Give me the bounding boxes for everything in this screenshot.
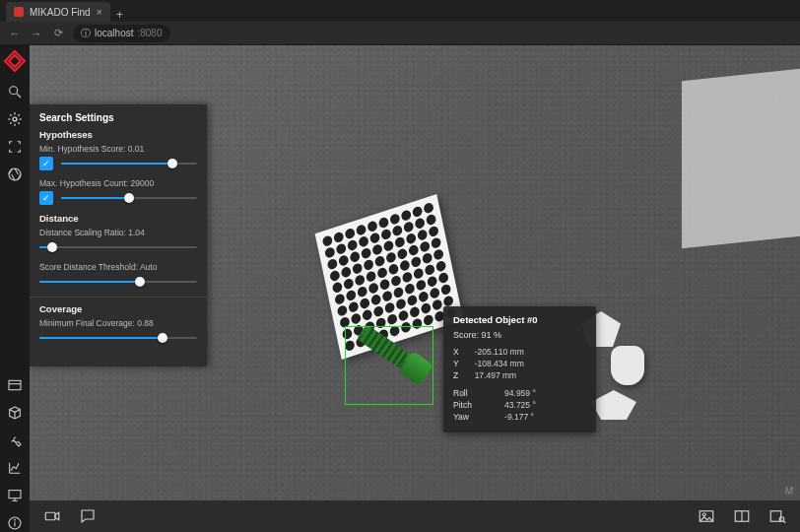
tool-rail <box>0 45 30 532</box>
min-final-coverage-slider[interactable] <box>39 331 197 345</box>
brand-watermark: M <box>785 486 794 497</box>
pos-y-key: Y <box>453 358 465 369</box>
scene-wall <box>682 69 800 249</box>
tab-title: MIKADO Find <box>30 7 91 18</box>
camera-viewport[interactable]: Search Settings Hypotheses Min. Hypothes… <box>30 45 800 532</box>
search-icon[interactable] <box>6 83 24 100</box>
pos-x-value: -205.110 mm <box>465 346 586 358</box>
info-icon[interactable] <box>6 514 24 532</box>
svg-point-16 <box>702 513 705 516</box>
aperture-icon[interactable] <box>6 166 24 183</box>
detection-bounding-box <box>345 326 433 405</box>
app: Search Settings Hypotheses Min. Hypothes… <box>0 45 800 532</box>
image-icon[interactable] <box>698 507 715 525</box>
hypotheses-heading: Hypotheses <box>39 129 197 140</box>
svg-point-2 <box>10 87 18 95</box>
rot-pitch-value: 43.725 ° <box>495 399 586 411</box>
svg-line-3 <box>17 94 21 98</box>
url-host: localhost <box>95 28 133 38</box>
favicon-icon <box>14 7 24 17</box>
reload-button[interactable]: ⟳ <box>51 27 65 39</box>
setting-label: Score Distance Threshold: Auto <box>39 262 197 272</box>
pos-x-key: X <box>453 346 465 358</box>
address-bar: ← → ⟳ ⓘ localhost:8080 <box>0 22 800 45</box>
comment-icon[interactable] <box>79 507 97 525</box>
wrench-icon[interactable] <box>6 432 24 449</box>
detection-title: Detected Object #0 <box>453 314 586 325</box>
chart-icon[interactable] <box>6 459 24 477</box>
distance-heading: Distance <box>39 213 197 224</box>
detection-score: Score: 91 % <box>453 330 586 340</box>
image-search-icon[interactable] <box>768 507 786 525</box>
back-button[interactable]: ← <box>8 28 22 39</box>
coverage-heading: Coverage <box>39 303 197 314</box>
tab-bar: MIKADO Find × + <box>0 0 800 22</box>
score-distance-threshold-setting: Score Distance Threshold: Auto <box>39 262 197 289</box>
svg-line-21 <box>783 521 785 523</box>
distance-scaling-slider[interactable] <box>39 240 197 254</box>
settings-icon[interactable] <box>6 110 24 128</box>
new-tab-button[interactable]: + <box>110 8 130 22</box>
svg-point-13 <box>15 519 16 520</box>
detection-info-tooltip: Detected Object #0 Score: 91 % X-205.110… <box>443 306 596 432</box>
info-icon: ⓘ <box>81 27 91 40</box>
max-count-checkbox[interactable]: ✓ <box>39 191 53 205</box>
image-compare-icon[interactable] <box>733 507 751 525</box>
score-distance-slider[interactable] <box>39 275 197 289</box>
setting-label: Min. Hypothesis Score: 0.01 <box>39 144 197 154</box>
max-count-slider[interactable] <box>61 191 197 205</box>
rot-pitch-key: Pitch <box>453 399 495 411</box>
pos-y-value: -108.434 mm <box>465 358 586 369</box>
svg-point-20 <box>779 517 784 522</box>
min-hypothesis-score-setting: Min. Hypothesis Score: 0.01 ✓ <box>39 144 197 170</box>
pos-z-value: 17.497 mm <box>465 369 586 381</box>
svg-point-4 <box>13 117 17 121</box>
rot-roll-value: 94.959 ° <box>495 387 586 399</box>
max-hypothesis-count-setting: Max. Hypothesis Count: 29000 ✓ <box>39 178 197 205</box>
setting-label: Distance Scaling Ratio: 1.04 <box>39 228 197 237</box>
setting-label: Minimum Final Coverage: 0.88 <box>39 318 197 328</box>
svg-rect-8 <box>9 491 21 499</box>
svg-rect-6 <box>9 380 21 389</box>
panel-divider <box>30 297 207 298</box>
focus-brackets-icon[interactable] <box>6 138 24 156</box>
monitor-icon[interactable] <box>6 487 24 504</box>
detection-rotation-table: Roll94.959 ° Pitch43.725 ° Yaw-9.177 ° <box>453 387 586 423</box>
distance-scaling-setting: Distance Scaling Ratio: 1.04 <box>39 228 197 254</box>
rot-roll-key: Roll <box>453 387 495 399</box>
svg-marker-1 <box>9 55 21 67</box>
rot-yaw-value: -9.177 ° <box>495 411 586 423</box>
setting-label: Max. Hypothesis Count: 29000 <box>39 178 197 188</box>
scene-part <box>611 346 644 385</box>
search-settings-panel: Search Settings Hypotheses Min. Hypothes… <box>30 104 207 366</box>
browser-chrome: MIKADO Find × + ← → ⟳ ⓘ localhost:8080 <box>0 0 800 45</box>
min-score-checkbox[interactable]: ✓ <box>39 157 53 170</box>
panel-title: Search Settings <box>39 112 197 123</box>
bottom-toolbar <box>30 500 800 532</box>
url-field[interactable]: ⓘ localhost:8080 <box>73 25 170 42</box>
browser-tab[interactable]: MIKADO Find × <box>6 2 110 22</box>
camera-icon[interactable] <box>43 507 61 525</box>
detection-position-table: X-205.110 mm Y-108.434 mm Z17.497 mm <box>453 346 586 381</box>
app-logo-icon <box>3 49 27 73</box>
cube-icon[interactable] <box>6 404 24 422</box>
pos-z-key: Z <box>453 369 465 381</box>
rot-yaw-key: Yaw <box>453 411 495 423</box>
svg-rect-14 <box>45 512 55 520</box>
close-tab-icon[interactable]: × <box>97 7 102 18</box>
url-port: :8080 <box>137 28 162 38</box>
min-final-coverage-setting: Minimum Final Coverage: 0.88 <box>39 318 197 345</box>
panel-icon[interactable] <box>6 376 24 394</box>
forward-button[interactable]: → <box>30 28 43 39</box>
min-score-slider[interactable] <box>61 157 197 170</box>
